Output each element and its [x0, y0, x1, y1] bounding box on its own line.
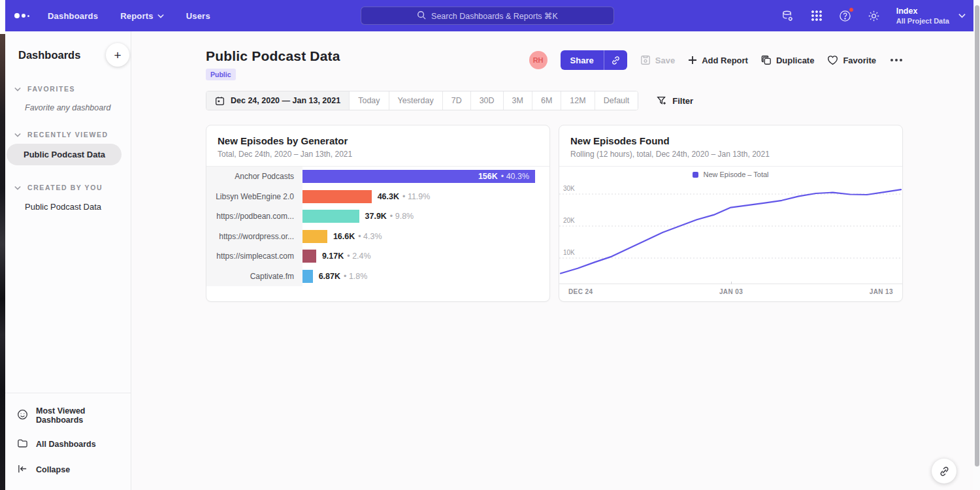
more-menu-icon[interactable] [889, 56, 904, 64]
bar-value-label: 46.3K• 11.9% [378, 187, 431, 207]
sidebar-footer-all-dashboards[interactable]: All Dashboards [5, 431, 131, 457]
search-icon [417, 10, 426, 22]
svg-text:30K: 30K [563, 185, 575, 192]
plus-icon [688, 56, 697, 65]
avatar[interactable]: RH [529, 51, 547, 69]
save-icon [640, 55, 651, 65]
sidebar-title: Dashboards [18, 49, 80, 61]
section-header[interactable]: CREATED BY YOU [5, 184, 131, 191]
nav-item-dashboards[interactable]: Dashboards [48, 11, 98, 21]
collapse-icon [17, 464, 28, 476]
x-tick-label: JAN 03 [719, 288, 743, 295]
sidebar-footer: Most Viewed DashboardsAll DashboardsColl… [5, 393, 131, 490]
bar-chart-title: New Episodes by Generator [218, 135, 538, 146]
bar[interactable] [302, 250, 316, 263]
search-placeholder: Search Dashboards & Reports ⌘K [431, 11, 558, 21]
svg-text:20K: 20K [563, 217, 575, 224]
section-empty-text: Favorite any dashboard [5, 93, 131, 112]
nav-item-reports[interactable]: Reports [120, 11, 164, 21]
nav-right: Index All Project Data [781, 7, 966, 25]
section-header[interactable]: FAVORITES [5, 85, 131, 93]
project-subtitle: All Project Data [896, 17, 949, 25]
share-button-label[interactable]: Share [561, 50, 604, 70]
section-header[interactable]: RECENTLY VIEWED [5, 131, 131, 139]
bar-category-label: https://simplecast.com [206, 246, 302, 267]
sidebar-section: FAVORITESFavorite any dashboard [5, 85, 131, 112]
range-button-6m[interactable]: 6M [532, 91, 561, 110]
bar-value-label: 37.9K• 9.8% [365, 206, 414, 227]
sidebar-item[interactable]: Public Podcast Data [5, 197, 131, 217]
card-new-episodes-by-generator: New Episodes by Generator Total, Dec 24t… [206, 125, 550, 302]
sidebar: Dashboards + FAVORITESFavorite any dashb… [5, 31, 131, 490]
date-range-picker[interactable]: Dec 24, 2020 — Jan 13, 2021 [206, 91, 349, 110]
duplicate-button[interactable]: Duplicate [761, 55, 815, 65]
page-title: Public Podcast Data [206, 48, 340, 64]
copy-link-button[interactable] [932, 459, 956, 483]
calendar-icon [215, 96, 225, 106]
x-tick-label: JAN 13 [870, 288, 893, 295]
sidebar-section: CREATED BY YOUPublic Podcast Data [5, 184, 131, 217]
range-button-default[interactable]: Default [595, 91, 638, 110]
date-range-label: Dec 24, 2020 — Jan 13, 2021 [231, 96, 340, 105]
notification-dot [849, 7, 854, 12]
bar-row: Anchor Podcasts156K• 40.3% [206, 167, 549, 187]
sidebar-footer-collapse[interactable]: Collapse [5, 457, 131, 482]
scrollbar-track[interactable] [973, 0, 980, 490]
legend-swatch [693, 172, 698, 178]
bar[interactable] [302, 190, 372, 203]
duplicate-icon [761, 55, 772, 65]
smiley-icon [17, 409, 28, 422]
sidebar-footer-most-viewed-dashboards[interactable]: Most Viewed Dashboards [5, 400, 131, 431]
share-button[interactable]: Share [561, 50, 627, 70]
project-selector[interactable]: Index All Project Data [896, 7, 966, 25]
line-chart-plot[interactable]: 10K20K30K [559, 182, 902, 284]
bar-value-label: 16.6K• 4.3% [333, 227, 382, 247]
bar-row: https://wordpress.or...16.6K• 4.3% [206, 227, 549, 247]
range-button-7d[interactable]: 7D [442, 91, 470, 110]
bar-value-label: 6.87K• 1.8% [319, 267, 368, 287]
axis-tick [731, 282, 732, 284]
bar-chart-subtitle: Total, Dec 24th, 2020 – Jan 13th, 2021 [218, 150, 538, 159]
sidebar-item[interactable]: Public Podcast Data [7, 144, 122, 165]
date-toolbar: Dec 24, 2020 — Jan 13, 2021 TodayYesterd… [206, 91, 904, 110]
screen: DashboardsReportsUsers Search Dashboards… [0, 0, 980, 490]
line-chart-legend: New Episode – Total [559, 167, 902, 182]
line-chart-title: New Episodes Found [570, 135, 891, 146]
bar-row: Libsyn WebEngine 2.046.3K• 11.9% [206, 187, 549, 207]
data-source-icon[interactable] [781, 9, 794, 22]
help-icon[interactable] [839, 9, 852, 22]
app-logo-icon[interactable] [14, 13, 29, 18]
add-dashboard-button[interactable]: + [106, 43, 129, 67]
favorite-button[interactable]: Favorite [827, 55, 876, 65]
range-button-12m[interactable]: 12M [561, 91, 594, 110]
gear-icon[interactable] [868, 9, 881, 22]
bar-row: Captivate.fm6.87K• 1.8% [206, 267, 549, 287]
save-button[interactable]: Save [640, 55, 675, 65]
bar[interactable] [302, 210, 359, 223]
range-button-30d[interactable]: 30D [470, 91, 503, 110]
bar-category-label: https://podbean.com... [206, 206, 302, 227]
filter-button[interactable]: Filter [657, 95, 693, 106]
range-button-3m[interactable]: 3M [503, 91, 532, 110]
bar[interactable] [302, 270, 313, 283]
scrollbar-thumb[interactable] [975, 5, 979, 466]
apps-grid-icon[interactable] [810, 9, 823, 22]
chevron-down-icon [157, 14, 164, 18]
bar-category-label: Anchor Podcasts [206, 167, 302, 187]
share-link-icon[interactable] [604, 50, 627, 70]
bar-value-label: 156K• 40.3% [478, 167, 529, 187]
line-chart-subtitle: Rolling (12 hours), total, Dec 24th, 202… [570, 150, 891, 159]
add-report-button[interactable]: Add Report [688, 56, 748, 65]
bar-category-label: Libsyn WebEngine 2.0 [206, 187, 302, 207]
bar[interactable] [302, 230, 327, 243]
nav-item-users[interactable]: Users [186, 11, 210, 21]
range-button-yesterday[interactable]: Yesterday [389, 91, 442, 110]
svg-text:10K: 10K [563, 249, 575, 256]
bar-row: https://podbean.com...37.9K• 9.8% [206, 206, 549, 227]
search-input[interactable]: Search Dashboards & Reports ⌘K [361, 7, 614, 25]
line-chart-x-axis: DEC 24 JAN 03 JAN 13 [559, 284, 902, 299]
bar-row: https://simplecast.com9.17K• 2.4% [206, 246, 549, 267]
link-icon [939, 466, 950, 477]
range-button-today[interactable]: Today [349, 91, 388, 110]
x-tick-label: DEC 24 [568, 288, 593, 295]
